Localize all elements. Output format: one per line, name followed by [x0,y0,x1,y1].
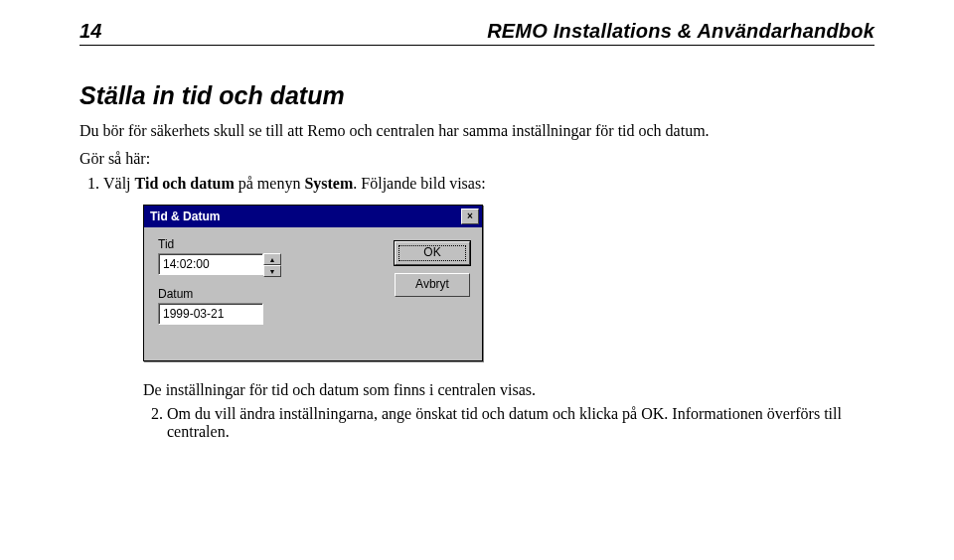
dialog-tid-datum: Tid & Datum × Tid 14:02:00 ▲ ▼ [143,205,483,361]
buttons-column: OK Avbryt [395,237,470,297]
date-label: Datum [158,287,369,301]
intro-paragraph: Du bör för säkerhets skull se till att R… [80,120,874,142]
step-2: Om du vill ändra inställningarna, ange ö… [167,405,874,441]
dialog-title: Tid & Datum [150,210,220,223]
ok-button-label: OK [423,245,440,259]
date-input[interactable]: 1999-03-21 [158,303,263,325]
how-to-label: Gör så här: [80,148,874,170]
time-input-row: 14:02:00 ▲ ▼ [158,253,369,277]
fields-column: Tid 14:02:00 ▲ ▼ Datum 1999-03-21 [158,237,369,335]
chevron-down-icon: ▼ [269,268,276,275]
ok-button[interactable]: OK [395,241,470,265]
dialog-caption: De inställningar för tid och datum som f… [143,381,874,399]
step-1-text-1: Välj [103,175,135,192]
time-spin-down-button[interactable]: ▼ [263,265,281,277]
step-1: Välj Tid och datum på menyn System. Följ… [103,175,874,193]
close-icon: × [467,211,473,221]
after-dialog-block: De inställningar för tid och datum som f… [143,381,874,441]
time-spin-up-button[interactable]: ▲ [263,253,281,265]
dialog-titlebar[interactable]: Tid & Datum × [144,206,482,227]
step-1-text-3: . Följande bild visas: [353,175,485,192]
step-1-bold-2: System [304,175,353,192]
time-label: Tid [158,237,369,251]
steps-list-2: Om du vill ändra inställningarna, ange ö… [143,405,874,441]
dialog-body: Tid 14:02:00 ▲ ▼ Datum 1999-03-21 [144,227,482,360]
running-title: REMO Installations & Användarhandbok [487,20,874,43]
running-header: 14 REMO Installations & Användarhandbok [80,20,874,43]
time-input[interactable]: 14:02:00 [158,253,263,275]
steps-list-1: Välj Tid och datum på menyn System. Följ… [80,175,874,193]
page-number: 14 [80,20,102,43]
header-rule [80,45,874,46]
time-spinner: ▲ ▼ [263,253,281,277]
cancel-button-label: Avbryt [415,277,449,291]
cancel-button[interactable]: Avbryt [395,273,470,297]
page: 14 REMO Installations & Användarhandbok … [0,0,954,465]
date-input-row: 1999-03-21 [158,303,369,325]
step-1-bold-1: Tid och datum [135,175,235,192]
close-button[interactable]: × [461,209,479,224]
section-title: Ställa in tid och datum [80,81,874,110]
chevron-up-icon: ▲ [269,256,276,263]
step-1-text-2: på menyn [235,175,305,192]
